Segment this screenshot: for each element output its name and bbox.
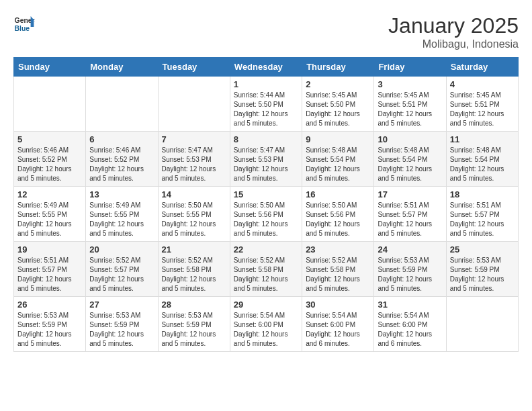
day-info: Sunrise: 5:51 AM Sunset: 5:57 PM Dayligh… [450,201,515,238]
calendar-cell: 13Sunrise: 5:49 AM Sunset: 5:55 PM Dayli… [86,187,158,242]
calendar-cell: 27Sunrise: 5:53 AM Sunset: 5:59 PM Dayli… [86,297,158,352]
day-number: 5 [17,134,82,144]
calendar-week-row: 19Sunrise: 5:51 AM Sunset: 5:57 PM Dayli… [14,242,519,297]
day-number: 3 [378,79,442,89]
day-info: Sunrise: 5:50 AM Sunset: 5:56 PM Dayligh… [234,201,298,238]
weekday-header: Tuesday [158,58,230,77]
day-info: Sunrise: 5:49 AM Sunset: 5:55 PM Dayligh… [89,201,154,238]
calendar-subtitle: Molibagu, Indonesia [388,38,519,50]
calendar-cell: 7Sunrise: 5:47 AM Sunset: 5:53 PM Daylig… [158,132,230,187]
day-number: 31 [378,300,442,310]
weekday-header: Friday [374,58,446,77]
day-info: Sunrise: 5:52 AM Sunset: 5:58 PM Dayligh… [234,256,298,293]
calendar-cell: 16Sunrise: 5:50 AM Sunset: 5:56 PM Dayli… [302,187,374,242]
weekday-header: Sunday [14,58,86,77]
logo-icon: General Blue [13,13,35,35]
logo: General Blue [13,13,38,35]
day-info: Sunrise: 5:48 AM Sunset: 5:54 PM Dayligh… [378,146,442,183]
day-number: 30 [306,300,370,310]
calendar-cell: 14Sunrise: 5:50 AM Sunset: 5:55 PM Dayli… [158,187,230,242]
calendar-cell [446,297,518,352]
day-number: 25 [450,244,515,255]
day-info: Sunrise: 5:53 AM Sunset: 5:59 PM Dayligh… [378,256,442,293]
calendar-cell: 1Sunrise: 5:44 AM Sunset: 5:50 PM Daylig… [230,77,302,132]
day-number: 23 [306,244,370,255]
calendar-cell: 4Sunrise: 5:45 AM Sunset: 5:51 PM Daylig… [446,77,518,132]
calendar-cell: 21Sunrise: 5:52 AM Sunset: 5:58 PM Dayli… [158,242,230,297]
day-info: Sunrise: 5:47 AM Sunset: 5:53 PM Dayligh… [234,146,298,183]
day-info: Sunrise: 5:47 AM Sunset: 5:53 PM Dayligh… [162,146,226,183]
day-info: Sunrise: 5:54 AM Sunset: 6:00 PM Dayligh… [234,311,298,349]
day-number: 18 [450,189,515,199]
calendar-cell: 28Sunrise: 5:53 AM Sunset: 5:59 PM Dayli… [158,297,230,352]
day-number: 28 [162,300,226,310]
day-info: Sunrise: 5:51 AM Sunset: 5:57 PM Dayligh… [17,256,82,293]
day-info: Sunrise: 5:53 AM Sunset: 5:59 PM Dayligh… [89,311,154,349]
calendar-cell: 10Sunrise: 5:48 AM Sunset: 5:54 PM Dayli… [374,132,446,187]
weekday-header: Wednesday [230,58,302,77]
day-info: Sunrise: 5:48 AM Sunset: 5:54 PM Dayligh… [450,146,515,183]
calendar-week-row: 12Sunrise: 5:49 AM Sunset: 5:55 PM Dayli… [14,187,519,242]
calendar-cell: 18Sunrise: 5:51 AM Sunset: 5:57 PM Dayli… [446,187,518,242]
calendar-cell: 2Sunrise: 5:45 AM Sunset: 5:50 PM Daylig… [302,77,374,132]
day-number: 9 [306,134,370,144]
calendar-week-row: 5Sunrise: 5:46 AM Sunset: 5:52 PM Daylig… [14,132,519,187]
calendar-cell: 3Sunrise: 5:45 AM Sunset: 5:51 PM Daylig… [374,77,446,132]
day-number: 22 [234,244,298,255]
day-number: 27 [89,300,154,310]
calendar-cell: 29Sunrise: 5:54 AM Sunset: 6:00 PM Dayli… [230,297,302,352]
day-info: Sunrise: 5:52 AM Sunset: 5:58 PM Dayligh… [162,256,226,293]
calendar-cell: 31Sunrise: 5:54 AM Sunset: 6:00 PM Dayli… [374,297,446,352]
day-number: 15 [234,189,298,199]
day-number: 24 [378,244,442,255]
day-number: 21 [162,244,226,255]
calendar-cell: 20Sunrise: 5:52 AM Sunset: 5:57 PM Dayli… [86,242,158,297]
calendar-cell: 11Sunrise: 5:48 AM Sunset: 5:54 PM Dayli… [446,132,518,187]
day-info: Sunrise: 5:53 AM Sunset: 5:59 PM Dayligh… [17,311,82,349]
calendar-cell: 26Sunrise: 5:53 AM Sunset: 5:59 PM Dayli… [14,297,86,352]
day-info: Sunrise: 5:44 AM Sunset: 5:50 PM Dayligh… [234,91,298,128]
day-number: 6 [89,134,154,144]
day-info: Sunrise: 5:52 AM Sunset: 5:57 PM Dayligh… [89,256,154,293]
day-number: 2 [306,79,370,89]
day-info: Sunrise: 5:45 AM Sunset: 5:51 PM Dayligh… [450,91,515,128]
weekday-header: Thursday [302,58,374,77]
day-info: Sunrise: 5:53 AM Sunset: 5:59 PM Dayligh… [162,311,226,349]
day-number: 17 [378,189,442,199]
day-info: Sunrise: 5:54 AM Sunset: 6:00 PM Dayligh… [306,311,370,349]
day-number: 13 [89,189,154,199]
day-number: 12 [17,189,82,199]
calendar-cell: 23Sunrise: 5:52 AM Sunset: 5:58 PM Dayli… [302,242,374,297]
day-number: 1 [234,79,298,89]
day-number: 19 [17,244,82,255]
calendar-table: SundayMondayTuesdayWednesdayThursdayFrid… [13,57,519,352]
day-number: 20 [89,244,154,255]
day-info: Sunrise: 5:51 AM Sunset: 5:57 PM Dayligh… [378,201,442,238]
day-info: Sunrise: 5:50 AM Sunset: 5:56 PM Dayligh… [306,201,370,238]
day-info: Sunrise: 5:49 AM Sunset: 5:55 PM Dayligh… [17,201,82,238]
day-info: Sunrise: 5:45 AM Sunset: 5:50 PM Dayligh… [306,91,370,128]
day-info: Sunrise: 5:53 AM Sunset: 5:59 PM Dayligh… [450,256,515,293]
svg-text:Blue: Blue [15,25,30,32]
day-info: Sunrise: 5:45 AM Sunset: 5:51 PM Dayligh… [378,91,442,128]
day-number: 26 [17,300,82,310]
page-header: General Blue January 2025 Molibagu, Indo… [13,13,519,50]
svg-rect-3 [31,19,34,27]
calendar-cell: 17Sunrise: 5:51 AM Sunset: 5:57 PM Dayli… [374,187,446,242]
day-info: Sunrise: 5:46 AM Sunset: 5:52 PM Dayligh… [17,146,82,183]
calendar-cell: 5Sunrise: 5:46 AM Sunset: 5:52 PM Daylig… [14,132,86,187]
calendar-cell [14,77,86,132]
day-number: 29 [234,300,298,310]
calendar-cell: 25Sunrise: 5:53 AM Sunset: 5:59 PM Dayli… [446,242,518,297]
day-number: 14 [162,189,226,199]
calendar-cell: 22Sunrise: 5:52 AM Sunset: 5:58 PM Dayli… [230,242,302,297]
day-number: 7 [162,134,226,144]
calendar-cell: 6Sunrise: 5:46 AM Sunset: 5:52 PM Daylig… [86,132,158,187]
day-number: 4 [450,79,515,89]
weekday-header: Monday [86,58,158,77]
calendar-cell: 8Sunrise: 5:47 AM Sunset: 5:53 PM Daylig… [230,132,302,187]
calendar-week-row: 1Sunrise: 5:44 AM Sunset: 5:50 PM Daylig… [14,77,519,132]
day-number: 8 [234,134,298,144]
day-number: 11 [450,134,515,144]
calendar-week-row: 26Sunrise: 5:53 AM Sunset: 5:59 PM Dayli… [14,297,519,352]
